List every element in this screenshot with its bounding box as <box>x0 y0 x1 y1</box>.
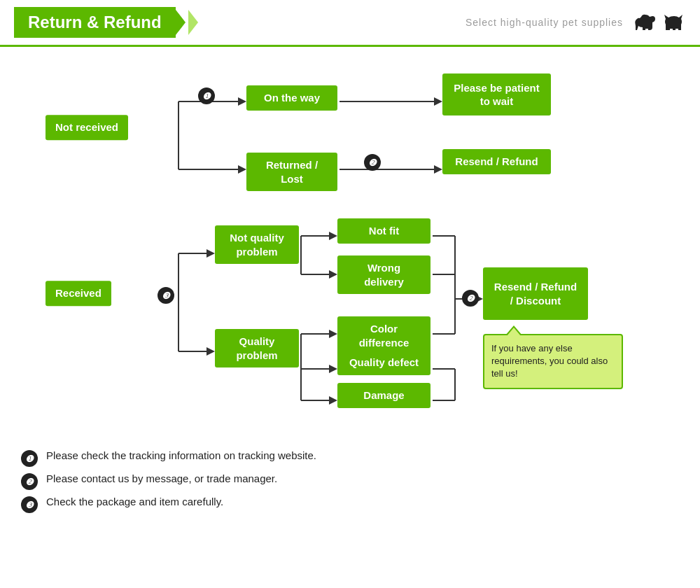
on-the-way-label: On the way <box>246 85 337 111</box>
circle-2-top: ❷ <box>364 154 381 171</box>
quality-problem-label: Quality problem <box>215 329 299 368</box>
header-right: Select high-quality pet supplies <box>465 12 686 33</box>
not-fit-label: Not fit <box>337 218 430 244</box>
not-fit-box: Not fit <box>337 218 430 244</box>
quality-defect-label: Quality defect <box>337 350 430 375</box>
not-received-label: Not received <box>46 115 128 140</box>
cat-icon <box>662 12 686 33</box>
note-text-3: Check the package and item carefully. <box>46 496 223 507</box>
circle-1: ❶ <box>198 88 215 104</box>
if-you-have-text: If you have any else requirements, you c… <box>491 343 608 379</box>
note-item-3: ❸ Check the package and item carefully. <box>21 496 679 513</box>
dog-icon <box>630 12 658 33</box>
circle-2-bottom: ❷ <box>462 290 479 307</box>
page-wrapper: Return & Refund Select high-quality pet … <box>0 0 700 513</box>
note-text-2: Please contact us by message, or trade m… <box>46 472 277 484</box>
badge-2-bottom: ❷ <box>462 290 479 307</box>
svg-marker-10 <box>434 165 442 174</box>
color-difference-box: Color difference <box>337 316 430 355</box>
note-circle-2: ❷ <box>21 473 38 490</box>
badge-2-top: ❷ <box>364 154 381 171</box>
returned-lost-label: Returned / Lost <box>246 153 337 191</box>
chevron-icon-2 <box>188 10 198 35</box>
svg-marker-6 <box>238 165 246 174</box>
not-quality-problem-box: Not quality problem <box>215 225 299 264</box>
subtitle-text: Select high-quality pet supplies <box>465 17 623 28</box>
flow-top-section: Not received ❶ On the way ❷ Returned / L… <box>21 61 679 194</box>
received-box: Received <box>46 281 111 306</box>
flow-bottom-section: Received ❸ Not quality problem Quality p… <box>21 197 679 421</box>
if-you-have-box: If you have any else requirements, you c… <box>483 334 623 389</box>
svg-marker-20 <box>329 270 337 279</box>
notes-section: ❶ Please check the tracking information … <box>0 449 700 513</box>
svg-marker-25 <box>329 365 337 373</box>
damage-box: Damage <box>337 383 430 408</box>
svg-marker-23 <box>329 330 337 338</box>
svg-marker-3 <box>238 97 246 106</box>
note-circle-1: ❶ <box>21 450 38 467</box>
received-label: Received <box>46 281 111 306</box>
resend-refund-discount-box: Resend / Refund / Discount <box>483 267 588 320</box>
svg-marker-8 <box>434 97 442 106</box>
svg-marker-18 <box>329 232 337 240</box>
page-title: Return & Refund <box>28 13 162 32</box>
quality-defect-box: Quality defect <box>337 350 430 375</box>
color-difference-label: Color difference <box>337 316 430 355</box>
not-received-box: Not received <box>46 115 128 140</box>
please-be-patient-box: Please be patient to wait <box>442 74 551 115</box>
pet-icons <box>630 12 686 33</box>
speech-arrow-fill <box>507 328 521 336</box>
note-item-2: ❷ Please contact us by message, or trade… <box>21 472 679 490</box>
wrong-delivery-box: Wrong delivery <box>337 255 430 294</box>
main-content: Not received ❶ On the way ❷ Returned / L… <box>0 47 700 435</box>
not-quality-problem-label: Not quality problem <box>215 225 299 264</box>
circle-3: ❸ <box>158 287 174 304</box>
header-decoration <box>176 10 198 35</box>
returned-lost-box: Returned / Lost <box>246 153 337 191</box>
damage-label: Damage <box>337 383 430 408</box>
svg-marker-27 <box>329 396 337 405</box>
badge-1-top: ❶ <box>198 88 215 104</box>
resend-refund-discount-label: Resend / Refund / Discount <box>483 267 588 320</box>
title-box: Return & Refund <box>14 7 176 38</box>
resend-refund-top-box: Resend / Refund <box>442 149 551 174</box>
svg-marker-15 <box>206 347 215 356</box>
on-the-way-box: On the way <box>246 85 337 111</box>
resend-refund-top-label: Resend / Refund <box>442 149 551 174</box>
wrong-delivery-label: Wrong delivery <box>337 255 430 294</box>
badge-3: ❸ <box>158 287 174 304</box>
page-header: Return & Refund Select high-quality pet … <box>0 0 700 47</box>
quality-problem-box: Quality problem <box>215 329 299 368</box>
svg-marker-13 <box>206 249 215 258</box>
note-circle-3: ❸ <box>21 496 38 513</box>
note-text-1: Please check the tracking information on… <box>46 449 316 461</box>
note-item-1: ❶ Please check the tracking information … <box>21 449 679 467</box>
please-be-patient-label: Please be patient to wait <box>442 74 551 115</box>
chevron-icon-1 <box>176 10 186 35</box>
